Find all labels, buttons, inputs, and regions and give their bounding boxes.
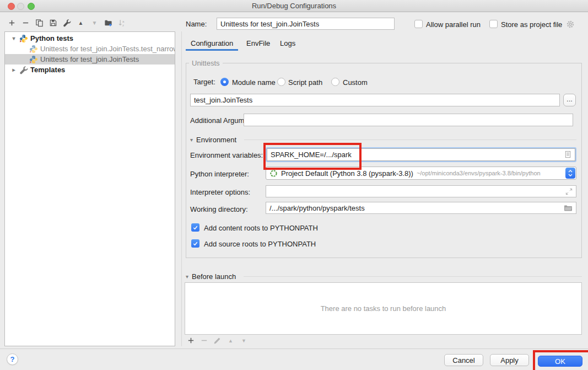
before-launch-section-label: Before launch (192, 272, 236, 281)
unittests-group-title: Unittests (189, 59, 223, 67)
before-launch-task-list[interactable]: There are no tasks to run before launch (185, 282, 582, 335)
configurations-tree: ▾ Python tests Unittests for test_join.J… (4, 31, 175, 346)
before-launch-toolbar: ▲ ▼ (187, 336, 248, 345)
interpreter-options-input[interactable] (266, 185, 576, 197)
python-interpreter-label: Python interpreter: (190, 170, 249, 178)
panel-divider[interactable] (181, 31, 182, 346)
new-folder-icon[interactable] (104, 18, 113, 28)
environment-variables-label: Environment variables: (190, 151, 263, 159)
footer-separator (0, 348, 588, 349)
add-content-roots-checkbox[interactable] (191, 223, 199, 232)
save-configuration-icon[interactable] (48, 18, 58, 28)
tab-logs[interactable]: Logs (280, 39, 295, 47)
minimize-window-button[interactable] (17, 3, 24, 10)
additional-arguments-input[interactable] (244, 114, 573, 126)
close-window-button[interactable] (8, 3, 15, 10)
cancel-button[interactable]: Cancel (444, 354, 483, 366)
svg-text:a: a (122, 19, 125, 23)
sort-alphabetically-icon: az (117, 18, 127, 28)
add-source-roots-label: Add source roots to PYTHONPATH (204, 240, 316, 248)
name-value: Unittests for test_join.JoinTests (220, 20, 319, 28)
move-task-down-icon: ▼ (240, 336, 248, 345)
collapse-before-launch-icon[interactable]: ▾ (186, 274, 188, 280)
tree-item-python-tests[interactable]: ▾ Python tests (5, 33, 175, 44)
window-title: Run/Debug Configurations (0, 0, 588, 12)
move-down-icon: ▼ (90, 18, 99, 28)
before-launch-empty-text: There are no tasks to run before launch (321, 304, 446, 313)
before-launch-section-header[interactable]: ▾ Before launch (186, 272, 582, 281)
apply-button[interactable]: Apply (490, 354, 529, 366)
working-directory-input[interactable]: /.../spark/python/pyspark/tests (266, 202, 576, 214)
edit-task-pencil-icon (213, 336, 222, 345)
zoom-window-button[interactable] (28, 3, 35, 10)
remove-configuration-icon[interactable] (21, 18, 30, 28)
active-tab-underline (186, 49, 238, 51)
radio-script-path[interactable] (277, 78, 285, 86)
radio-custom[interactable] (331, 78, 339, 86)
module-name-input[interactable]: test_join.JoinTests (190, 94, 560, 106)
environment-section-label: Environment (196, 136, 236, 144)
python-interpreter-select[interactable]: Project Default (Python 3.8 (pyspark-3.8… (266, 167, 576, 180)
tree-collapse-icon[interactable]: ▾ (10, 35, 17, 41)
tree-item-unittest-test-narrow[interactable]: Unittests for test_join.JoinTests.test_n… (5, 44, 175, 54)
tree-expand-icon[interactable]: ▸ (10, 67, 17, 73)
radio-script-path-label[interactable]: Script path (288, 78, 322, 87)
target-label: Target: (193, 78, 215, 86)
tree-item-templates[interactable]: ▸ Templates (5, 65, 175, 75)
interpreter-options-label: Interpreter options: (190, 188, 250, 196)
help-button[interactable]: ? (7, 353, 18, 365)
environment-section-header[interactable]: ▾ Environment (190, 136, 576, 144)
python-test-icon (29, 45, 38, 53)
environment-variables-value: SPARK_HOME=/.../spark (271, 151, 352, 159)
copy-configuration-icon[interactable] (35, 18, 44, 28)
radio-module-name-label[interactable]: Module name (232, 78, 276, 87)
tree-item-label: Unittests for test_join.JoinTests.test_n… (40, 45, 175, 53)
expand-field-icon[interactable] (565, 188, 573, 195)
python-tests-icon (19, 34, 28, 43)
radio-custom-label[interactable]: Custom (343, 78, 368, 87)
ok-button[interactable]: OK (538, 356, 582, 367)
name-label: Name: (186, 20, 207, 28)
title-bar: Run/Debug Configurations (0, 0, 588, 12)
templates-wrench-icon (19, 66, 28, 74)
interpreter-dropdown-stepper-icon[interactable] (565, 168, 575, 179)
browse-env-vars-icon[interactable] (564, 151, 572, 159)
name-input[interactable]: Unittests for test_join.JoinTests (217, 18, 395, 30)
store-as-project-file-label: Store as project file (501, 20, 562, 29)
working-directory-label: Working directory: (190, 205, 248, 213)
svg-text:z: z (122, 23, 124, 27)
browse-folder-icon[interactable] (564, 205, 573, 212)
remove-task-icon (200, 336, 208, 345)
move-up-icon[interactable]: ▲ (76, 18, 85, 28)
module-name-value: test_join.JoinTests (194, 96, 252, 104)
section-rule (244, 276, 582, 277)
radio-module-name[interactable] (220, 78, 229, 86)
store-as-project-file-checkbox[interactable] (489, 20, 498, 28)
browse-module-button[interactable]: ... (563, 94, 576, 106)
gear-icon[interactable] (565, 19, 575, 29)
collapse-environment-icon[interactable]: ▾ (190, 137, 193, 143)
conda-environment-icon (269, 169, 278, 178)
allow-parallel-run-checkbox[interactable] (414, 20, 423, 28)
tab-configuration[interactable]: Configuration (191, 39, 233, 47)
add-configuration-icon[interactable] (7, 18, 17, 28)
add-content-roots-label: Add content roots to PYTHONPATH (204, 224, 318, 232)
section-rule (244, 140, 576, 140)
python-interpreter-path: ~/opt/miniconda3/envs/pyspark-3.8/bin/py… (417, 170, 541, 176)
python-interpreter-value: Project Default (Python 3.8 (pyspark-3.8… (281, 169, 413, 178)
python-test-icon (29, 55, 38, 64)
add-source-roots-checkbox[interactable] (191, 239, 199, 248)
configurations-toolbar: ▲ ▼ az (7, 18, 127, 28)
tree-item-label: Templates (30, 66, 65, 74)
add-task-icon[interactable] (187, 336, 195, 345)
tab-envfile[interactable]: EnvFile (246, 39, 270, 47)
environment-variables-input[interactable]: SPARK_HOME=/.../spark (266, 147, 576, 162)
tree-item-unittest-jointests[interactable]: Unittests for test_join.JoinTests (5, 54, 175, 65)
tree-item-label: Python tests (30, 34, 73, 42)
move-task-up-icon: ▲ (226, 336, 235, 345)
allow-parallel-run-label: Allow parallel run (426, 20, 481, 29)
edit-templates-wrench-icon[interactable] (62, 18, 72, 28)
working-directory-value: /.../spark/python/pyspark/tests (269, 204, 365, 212)
tree-item-label: Unittests for test_join.JoinTests (40, 55, 139, 63)
